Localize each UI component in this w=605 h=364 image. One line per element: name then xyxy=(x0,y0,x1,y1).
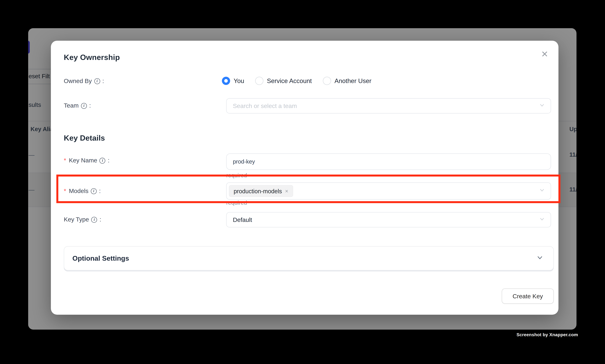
key-type-label: Key Type : xyxy=(64,216,101,223)
create-key-modal: Key Ownership ✕ Owned By : You Service A… xyxy=(51,41,558,315)
info-icon xyxy=(81,103,87,109)
radio-option-another-user[interactable]: Another User xyxy=(323,77,372,85)
chevron-down-icon xyxy=(539,187,545,195)
models-label: * Models : xyxy=(64,187,101,195)
key-name-label-text: Key Name xyxy=(69,157,97,164)
close-icon[interactable]: ✕ xyxy=(539,48,551,61)
info-icon xyxy=(91,217,97,223)
required-asterisk: * xyxy=(64,157,66,164)
models-select[interactable]: production-models × xyxy=(226,182,551,200)
chevron-down-icon xyxy=(539,216,545,223)
label-colon: : xyxy=(99,187,101,195)
owned-by-label: Owned By : xyxy=(64,78,104,85)
radio-unselected-icon[interactable] xyxy=(255,77,263,85)
owned-by-label-text: Owned By xyxy=(64,78,92,85)
models-required-message: required xyxy=(226,200,247,206)
radio-option-service-account[interactable]: Service Account xyxy=(255,77,312,85)
info-icon xyxy=(100,157,105,163)
team-select-placeholder: Search or select a team xyxy=(227,102,297,109)
tag-remove-icon[interactable]: × xyxy=(285,188,288,194)
owned-by-radio-group: You Service Account Another User xyxy=(222,77,372,85)
key-type-label-text: Key Type xyxy=(64,216,89,223)
modal-title: Key Ownership xyxy=(64,53,120,62)
team-label: Team : xyxy=(64,102,91,109)
key-type-selected-value: Default xyxy=(227,216,252,223)
radio-option-label: Service Account xyxy=(267,77,312,84)
selected-model-tag: production-models × xyxy=(229,185,293,197)
selected-model-tag-label: production-models xyxy=(233,188,282,194)
key-name-label: * Key Name : xyxy=(64,157,110,164)
label-colon: : xyxy=(108,157,110,164)
required-asterisk: * xyxy=(64,187,66,195)
radio-unselected-icon[interactable] xyxy=(323,77,331,85)
label-colon: : xyxy=(100,216,101,223)
key-type-select[interactable]: Default xyxy=(226,212,551,227)
create-key-button[interactable]: Create Key xyxy=(502,288,554,304)
chevron-down-icon xyxy=(537,254,543,262)
key-details-section-title: Key Details xyxy=(64,133,105,143)
chevron-down-icon xyxy=(539,102,545,109)
team-select[interactable]: Search or select a team xyxy=(226,98,551,114)
create-key-button-label: Create Key xyxy=(513,293,543,299)
models-label-text: Models xyxy=(69,187,89,195)
info-icon xyxy=(94,78,100,84)
radio-option-label: You xyxy=(233,77,244,84)
optional-settings-label: Optional Settings xyxy=(72,254,129,262)
key-name-required-message: required xyxy=(226,172,247,179)
watermark-text: Screenshot by Xnapper.com xyxy=(516,332,578,337)
info-icon xyxy=(91,188,97,194)
label-colon: : xyxy=(89,102,91,109)
screenshot-stage: eset Filt sults Key Alia Up — 11/ — 11/ … xyxy=(0,0,605,364)
team-label-text: Team xyxy=(64,102,79,109)
radio-selected-icon[interactable] xyxy=(222,77,230,85)
radio-option-you[interactable]: You xyxy=(222,77,244,85)
radio-option-label: Another User xyxy=(335,77,372,84)
label-colon: : xyxy=(102,78,104,85)
key-name-input[interactable] xyxy=(226,153,551,170)
optional-settings-toggle[interactable]: Optional Settings xyxy=(64,246,554,270)
